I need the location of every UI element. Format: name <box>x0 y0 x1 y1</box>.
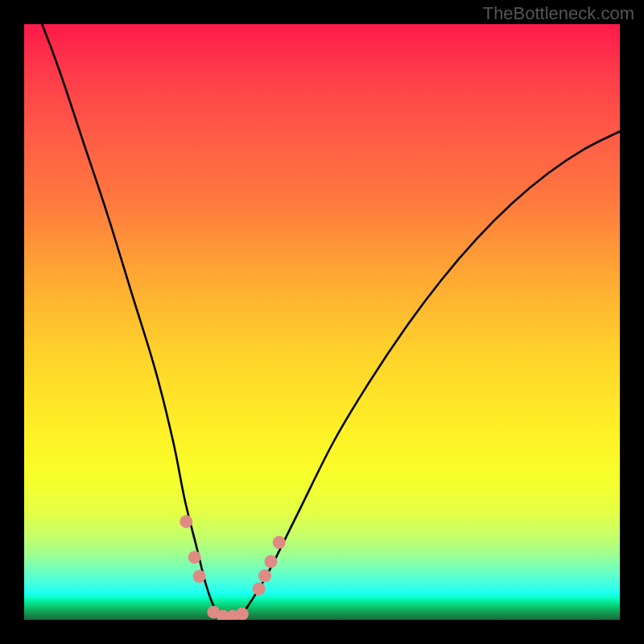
marker-dot <box>273 536 286 549</box>
marker-dot <box>188 551 201 564</box>
marker-dot <box>258 569 271 582</box>
chart-svg <box>24 24 620 620</box>
marker-dot <box>264 555 277 568</box>
marker-dot <box>193 570 206 583</box>
highlight-markers <box>180 515 285 620</box>
marker-dot <box>253 583 266 596</box>
watermark-text: TheBottleneck.com <box>483 3 634 24</box>
plot-area <box>24 24 620 620</box>
bottleneck-curve <box>24 24 620 618</box>
marker-dot <box>236 608 249 620</box>
marker-dot <box>180 515 192 528</box>
